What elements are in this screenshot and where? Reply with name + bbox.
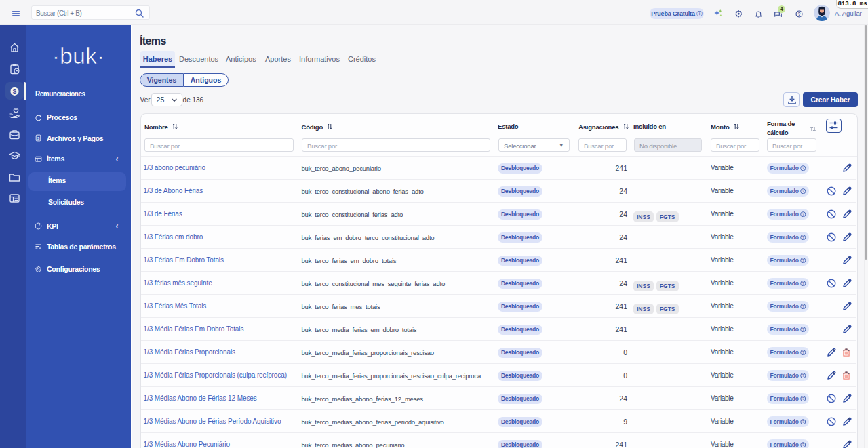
svg-text:?: ? bbox=[802, 420, 805, 424]
svg-text:?: ? bbox=[802, 281, 805, 285]
svg-text:$: $ bbox=[37, 136, 40, 140]
svg-text:?: ? bbox=[802, 396, 805, 401]
svg-text:?: ? bbox=[802, 350, 805, 354]
svg-text:?: ? bbox=[802, 443, 805, 447]
svg-text:?: ? bbox=[802, 373, 805, 378]
svg-text:?: ? bbox=[802, 304, 805, 308]
svg-text:?: ? bbox=[802, 258, 805, 262]
svg-text:?: ? bbox=[802, 189, 805, 193]
svg-text:?: ? bbox=[802, 327, 805, 331]
svg-text:$: $ bbox=[13, 87, 17, 95]
svg-text:?: ? bbox=[802, 212, 805, 216]
svg-text:?: ? bbox=[802, 166, 805, 170]
svg-text:?: ? bbox=[802, 235, 805, 239]
svg-text:?: ? bbox=[797, 12, 800, 16]
